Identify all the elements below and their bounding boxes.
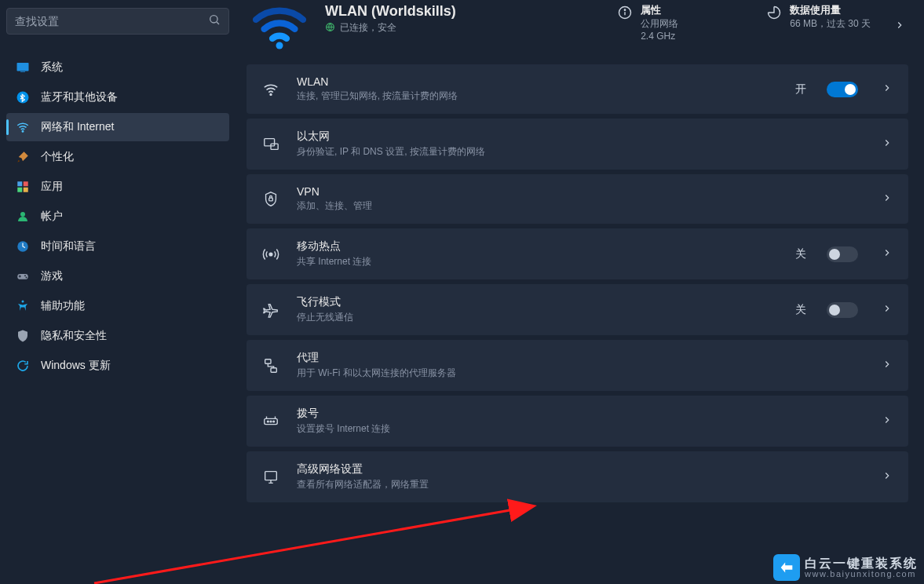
paintbrush-icon — [16, 150, 30, 164]
card-title: 移动热点 — [297, 239, 778, 254]
svg-rect-8 — [17, 188, 22, 192]
chevron-right-icon — [882, 192, 893, 206]
usage-line1: 66 MB，过去 30 天 — [790, 17, 871, 31]
svg-point-15 — [22, 301, 24, 303]
card-title: 拨号 — [297, 407, 864, 421]
props-line2: 2.4 GHz — [641, 31, 678, 42]
chevron-right-icon — [882, 82, 893, 97]
card-sub: 设置拨号 Internet 连接 — [297, 422, 864, 436]
network-header: WLAN (Worldskills) 已连接，安全 属性 公用网络 2.4 GH… — [247, 0, 908, 64]
card-vpn[interactable]: VPN 添加、连接、管理 — [247, 174, 908, 224]
svg-rect-24 — [269, 198, 273, 201]
card-sub: 停止无线通信 — [297, 311, 778, 324]
svg-rect-7 — [24, 181, 28, 186]
svg-point-0 — [210, 16, 217, 23]
card-dialup[interactable]: 拨号 设置拨号 Internet 连接 — [247, 396, 908, 447]
svg-point-31 — [273, 421, 275, 422]
svg-point-10 — [20, 212, 25, 217]
chevron-right-icon — [882, 247, 893, 261]
nav-privacy[interactable]: 隐私和安全性 — [6, 322, 229, 350]
display-icon — [16, 60, 30, 75]
nav-label: 个性化 — [41, 150, 74, 164]
nav-accessibility[interactable]: 辅助功能 — [6, 292, 229, 320]
nav-personalize[interactable]: 个性化 — [6, 143, 229, 171]
person-icon — [16, 210, 30, 224]
svg-point-13 — [24, 275, 26, 276]
svg-rect-22 — [265, 138, 275, 145]
svg-point-30 — [270, 421, 272, 422]
clock-globe-icon — [16, 239, 30, 254]
ethernet-icon — [262, 136, 279, 153]
nav-label: 辅助功能 — [41, 299, 85, 313]
data-usage-link[interactable]: 数据使用量 66 MB，过去 30 天 — [766, 3, 871, 31]
wlan-toggle[interactable] — [827, 82, 858, 97]
nav-label: 应用 — [41, 180, 63, 194]
network-adapter-icon — [262, 469, 279, 486]
card-sub: 添加、连接、管理 — [297, 199, 864, 213]
nav-bluetooth[interactable]: 蓝牙和其他设备 — [6, 83, 229, 111]
svg-rect-6 — [17, 181, 22, 186]
nav-accounts[interactable]: 帐户 — [6, 203, 229, 231]
chevron-right-icon — [882, 470, 893, 484]
nav-apps[interactable]: 应用 — [6, 173, 229, 201]
nav-system[interactable]: 系统 — [6, 53, 229, 82]
nav-label: 隐私和安全性 — [41, 329, 107, 343]
card-proxy[interactable]: 代理 用于 Wi-Fi 和以太网连接的代理服务器 — [247, 340, 908, 391]
nav-label: 网络和 Internet — [41, 120, 114, 134]
card-title: 代理 — [297, 351, 864, 365]
chevron-right-icon — [882, 359, 893, 373]
card-title: WLAN — [297, 75, 778, 88]
card-ethernet[interactable]: 以太网 身份验证, IP 和 DNS 设置, 按流量计费的网络 — [247, 119, 908, 170]
svg-point-29 — [267, 421, 268, 422]
svg-point-16 — [276, 42, 283, 49]
chevron-right-icon — [882, 303, 893, 317]
card-wlan[interactable]: WLAN 连接, 管理已知网络, 按流量计费的网络 开 — [247, 64, 908, 114]
card-sub: 用于 Wi-Fi 和以太网连接的代理服务器 — [297, 367, 864, 380]
main-content: WLAN (Worldskills) 已连接，安全 属性 公用网络 2.4 GH… — [236, 0, 924, 584]
toggle-label: 关 — [795, 247, 806, 261]
props-line1: 公用网络 — [641, 17, 678, 31]
svg-rect-2 — [17, 63, 29, 71]
info-icon — [617, 5, 633, 20]
network-title: WLAN (Worldskills) — [325, 3, 529, 20]
gamepad-icon — [16, 269, 30, 283]
toggle-label: 开 — [795, 82, 806, 97]
nav-windows-update[interactable]: Windows 更新 — [6, 352, 229, 380]
proxy-icon — [262, 357, 279, 374]
chevron-right-icon — [882, 137, 893, 151]
airplane-toggle[interactable] — [827, 302, 858, 318]
dialup-icon — [262, 413, 279, 430]
chevron-right-icon — [894, 20, 905, 34]
hotspot-toggle[interactable] — [827, 246, 858, 262]
search-input[interactable] — [15, 15, 208, 27]
shield-lock-icon — [262, 191, 279, 208]
chevron-right-icon — [882, 414, 893, 429]
nav-network[interactable]: 网络和 Internet — [6, 113, 229, 141]
card-sub: 身份验证, IP 和 DNS 设置, 按流量计费的网络 — [297, 145, 864, 159]
svg-point-14 — [26, 277, 27, 279]
svg-line-1 — [217, 22, 219, 24]
accessibility-icon — [16, 299, 30, 313]
nav-gaming[interactable]: 游戏 — [6, 262, 229, 290]
search-box[interactable] — [6, 8, 229, 35]
nav-time-language[interactable]: 时间和语言 — [6, 232, 229, 261]
data-usage-icon — [766, 5, 782, 20]
nav-label: Windows 更新 — [41, 359, 111, 373]
nav-label: 蓝牙和其他设备 — [41, 90, 118, 104]
properties-link[interactable]: 属性 公用网络 2.4 GHz — [617, 3, 678, 42]
network-status: 已连接，安全 — [340, 21, 396, 35]
svg-point-21 — [270, 93, 272, 95]
card-sub: 查看所有网络适配器，网络重置 — [297, 478, 864, 491]
card-airplane[interactable]: 飞行模式 停止无线通信 关 — [247, 284, 908, 335]
toggle-label: 关 — [795, 303, 806, 317]
wifi-icon — [16, 120, 30, 134]
bluetooth-icon — [16, 90, 30, 104]
card-title: 高级网络设置 — [297, 462, 864, 476]
nav-label: 游戏 — [41, 269, 63, 283]
svg-rect-27 — [271, 367, 276, 372]
wifi-large-icon — [250, 3, 309, 50]
svg-rect-26 — [265, 359, 271, 363]
card-hotspot[interactable]: 移动热点 共享 Internet 连接 关 — [247, 228, 908, 279]
nav-label: 系统 — [41, 60, 63, 75]
card-advanced-network[interactable]: 高级网络设置 查看所有网络适配器，网络重置 — [247, 451, 908, 502]
